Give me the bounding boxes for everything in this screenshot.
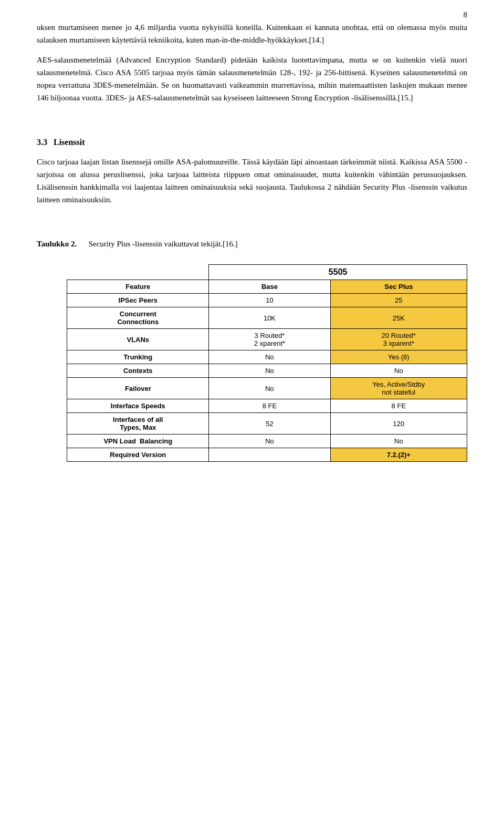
table-row: Contexts No No — [37, 364, 467, 378]
table-row: VPN Load Balancing No No — [37, 435, 467, 448]
section-paragraph-1: Cisco tarjoaa laajan listan lisenssejä o… — [37, 156, 467, 206]
table-caption-label: Taulukko 2. — [37, 240, 77, 248]
col-header-secplus: Sec Plus — [330, 280, 467, 294]
page-number: 8 — [464, 11, 468, 19]
comparison-table: 5505 Feature Base Sec Plus IPSec Peers 1… — [37, 264, 467, 462]
section-heading: 3.3 Lisenssit — [37, 138, 467, 147]
table-row: Required Version 7.2.(2)+ — [37, 448, 467, 462]
model-header: 5505 — [209, 265, 467, 280]
table-caption-text: Security Plus -lisenssin vaikuttavat tek… — [89, 240, 238, 248]
table-row: VLANs 3 Routed*2 xparent* 20 Routed*3 xp… — [37, 329, 467, 350]
table-row: IPSec Peers 10 25 — [37, 294, 467, 307]
col-header-feature: Feature — [67, 280, 209, 294]
table-row: Trunking No Yes (8) — [37, 350, 467, 364]
page-container: 8 uksen murtamiseen menee jo 4,6 miljard… — [0, 0, 504, 837]
col-header-base: Base — [209, 280, 330, 294]
table-row: Interfaces of allTypes, Max 52 120 — [37, 413, 467, 435]
table-row: Failover No Yes, Active/Stdbynot statefu… — [37, 378, 467, 399]
table-row-col-headers: Feature Base Sec Plus — [37, 280, 467, 294]
table-caption: Taulukko 2. Security Plus -lisenssin vai… — [37, 240, 467, 249]
table-row-model-header: 5505 — [37, 265, 467, 280]
paragraph-2: AES-salausmenetelmää (Advanced Encryptio… — [37, 54, 467, 104]
table-row: ConcurrentConnections 10K 25K — [37, 307, 467, 329]
paragraph-1: uksen murtamiseen menee jo 4,6 miljardia… — [37, 21, 467, 46]
table-row: Interface Speeds 8 FE 8 FE — [37, 399, 467, 413]
